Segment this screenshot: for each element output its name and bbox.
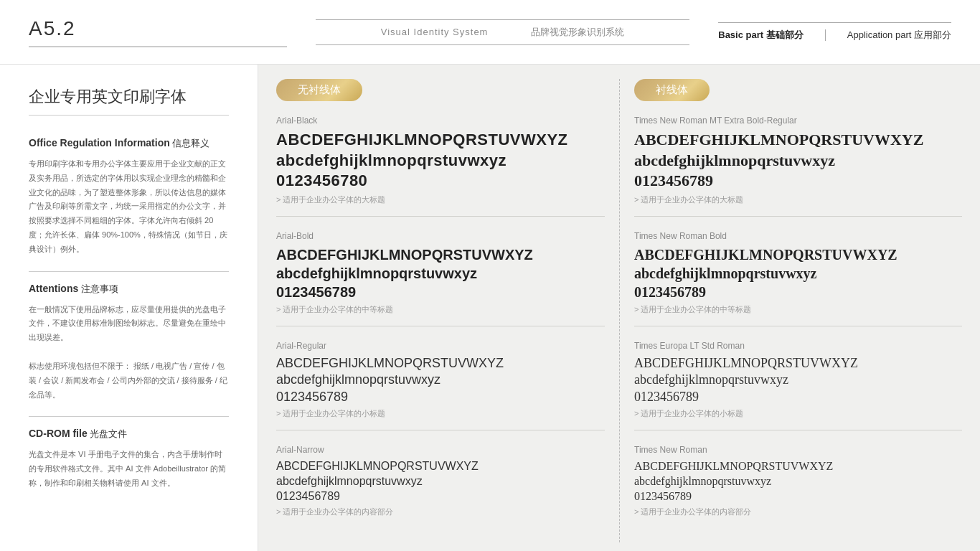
font-display-arial-bold: ABCDEFGHIJKLMNOPQRSTUVWXYZ abcdefghijklm… bbox=[276, 245, 605, 301]
font-entry-arial-narrow: Arial-Narrow ABCDEFGHIJKLMNOPQRSTUVWXYZ … bbox=[276, 445, 605, 528]
header-left: A5.2 bbox=[29, 17, 287, 47]
vi-title-container: Visual Identity System 品牌视觉形象识别系统 bbox=[381, 26, 625, 39]
font-columns: 无衬线体 Arial-Black ABCDEFGHIJKLMNOPQRSTUVW… bbox=[276, 79, 962, 542]
font-name-arial-bold: Arial-Bold bbox=[276, 231, 605, 241]
font-display-arial-regular: ABCDEFGHIJKLMNOPQRSTUVWXYZ abcdefghijklm… bbox=[276, 355, 605, 405]
main-content: 企业专用英文印刷字体 Office Regulation Information… bbox=[0, 65, 980, 551]
font-entry-arial-black: Arial-Black ABCDEFGHIJKLMNOPQRSTUVWXYZ a… bbox=[276, 116, 605, 217]
section1-title: Office Regulation Information 信息释义 bbox=[29, 137, 229, 150]
font-name-arial-narrow: Arial-Narrow bbox=[276, 445, 605, 455]
font-usage-arial-regular: 适用于企业办公字体的小标题 bbox=[276, 408, 605, 419]
font-name-times-regular: Times New Roman bbox=[634, 445, 962, 455]
font-name-times-light: Times Europa LT Std Roman bbox=[634, 341, 962, 351]
sidebar-title: 企业专用英文印刷字体 bbox=[29, 86, 229, 116]
font-display-times-black: ABCDEFGHIJKLMNOPQRSTUVWXYZ abcdefghijklm… bbox=[634, 130, 962, 192]
font-display-arial-narrow: ABCDEFGHIJKLMNOPQRSTUVWXYZ abcdefghijklm… bbox=[276, 459, 605, 504]
vi-title-en: Visual Identity System bbox=[381, 27, 489, 37]
font-entry-times-regular: Times New Roman ABCDEFGHIJKLMNOPQRSTUVWX… bbox=[634, 445, 962, 528]
sidebar-divider-2 bbox=[29, 416, 229, 417]
font-usage-arial-narrow: 适用于企业办公字体的内容部分 bbox=[276, 507, 605, 517]
vi-title-cn: 品牌视觉形象识别系统 bbox=[531, 26, 624, 39]
section2-text2: 标志使用环境包括但不限于： 报纸 / 电视广告 / 宣传 / 包装 / 会议 /… bbox=[29, 359, 229, 402]
nav-divider bbox=[825, 29, 826, 41]
sans-serif-column: 无衬线体 Arial-Black ABCDEFGHIJKLMNOPQRSTUVW… bbox=[276, 79, 619, 542]
font-entry-times-light: Times Europa LT Std Roman ABCDEFGHIJKLMN… bbox=[634, 341, 962, 430]
header-center: Visual Identity System 品牌视觉形象识别系统 bbox=[316, 19, 689, 45]
font-usage-arial-black: 适用于企业办公字体的大标题 bbox=[276, 194, 605, 205]
font-entry-arial-regular: Arial-Regular ABCDEFGHIJKLMNOPQRSTUVWXYZ… bbox=[276, 341, 605, 430]
section3-text: 光盘文件是本 VI 手册电子文件的集合，内含手册制作时的专用软件格式文件。其中 … bbox=[29, 448, 229, 490]
font-display-arial-black: ABCDEFGHIJKLMNOPQRSTUVWXYZ abcdefghijklm… bbox=[276, 130, 605, 192]
section1-text: 专用印刷字体和专用办公字体主要应用于企业文献的正文及实务用品，所选定的字体用以实… bbox=[29, 157, 229, 257]
serif-badge: 衬线体 bbox=[634, 79, 710, 101]
font-usage-times-black: 适用于企业办公字体的大标题 bbox=[634, 194, 962, 205]
section2-title: Attentions 注意事项 bbox=[29, 283, 229, 296]
page-code: A5.2 bbox=[29, 17, 287, 40]
section2-text1: 在一般情况下使用品牌标志，应尽量使用提供的光盘电子文件，不建议使用标准制图绘制标… bbox=[29, 303, 229, 345]
font-usage-times-bold: 适用于企业办公字体的中等标题 bbox=[634, 304, 962, 315]
sidebar: 企业专用英文印刷字体 Office Regulation Information… bbox=[0, 65, 258, 551]
font-display-times-bold: ABCDEFGHIJKLMNOPQRSTUVWXYZ abcdefghijklm… bbox=[634, 245, 962, 301]
sans-serif-badge: 无衬线体 bbox=[276, 79, 362, 101]
font-name-times-black: Times New Roman MT Extra Bold-Regular bbox=[634, 116, 962, 126]
serif-column: 衬线体 Times New Roman MT Extra Bold-Regula… bbox=[619, 79, 962, 542]
font-usage-times-regular: 适用于企业办公字体的内容部分 bbox=[634, 507, 962, 517]
sidebar-divider-1 bbox=[29, 271, 229, 272]
section3-title: CD-ROM file 光盘文件 bbox=[29, 428, 229, 441]
font-usage-times-light: 适用于企业办公字体的小标题 bbox=[634, 408, 962, 419]
header-nav: Basic part 基础部分 Application part 应用部分 bbox=[718, 22, 951, 42]
right-panel: 无衬线体 Arial-Black ABCDEFGHIJKLMNOPQRSTUVW… bbox=[258, 65, 980, 551]
nav-basic[interactable]: Basic part 基础部分 bbox=[718, 29, 804, 42]
font-entry-times-black: Times New Roman MT Extra Bold-Regular AB… bbox=[634, 116, 962, 217]
font-entry-times-bold: Times New Roman Bold ABCDEFGHIJKLMNOPQRS… bbox=[634, 231, 962, 326]
font-usage-arial-bold: 适用于企业办公字体的中等标题 bbox=[276, 304, 605, 315]
font-name-arial-black: Arial-Black bbox=[276, 116, 605, 126]
font-display-times-light: ABCDEFGHIJKLMNOPQRSTUVWXYZ abcdefghijklm… bbox=[634, 355, 962, 405]
font-display-times-regular: ABCDEFGHIJKLMNOPQRSTUVWXYZ abcdefghijklm… bbox=[634, 459, 962, 504]
font-entry-arial-bold: Arial-Bold ABCDEFGHIJKLMNOPQRSTUVWXYZ ab… bbox=[276, 231, 605, 326]
font-name-arial-regular: Arial-Regular bbox=[276, 341, 605, 351]
font-name-times-bold: Times New Roman Bold bbox=[634, 231, 962, 241]
nav-application[interactable]: Application part 应用部分 bbox=[847, 29, 951, 42]
header: A5.2 Visual Identity System 品牌视觉形象识别系统 B… bbox=[0, 0, 980, 65]
